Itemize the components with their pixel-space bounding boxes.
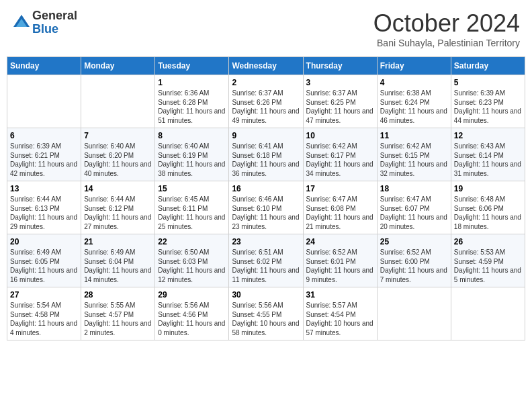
- day-number: 6: [10, 131, 78, 140]
- calendar-cell: 1Sunrise: 6:36 AM Sunset: 6:28 PM Daylig…: [155, 75, 229, 128]
- day-info: Sunrise: 6:51 AM Sunset: 6:02 PM Dayligh…: [232, 248, 300, 284]
- day-info: Sunrise: 6:47 AM Sunset: 6:08 PM Dayligh…: [306, 195, 374, 231]
- calendar-cell: [451, 287, 525, 340]
- day-info: Sunrise: 6:50 AM Sunset: 6:03 PM Dayligh…: [158, 248, 226, 284]
- day-number: 4: [380, 78, 448, 87]
- calendar-cell: 14Sunrise: 6:44 AM Sunset: 6:12 PM Dayli…: [81, 181, 155, 234]
- day-info: Sunrise: 6:38 AM Sunset: 6:24 PM Dayligh…: [380, 89, 448, 125]
- calendar-cell: [81, 75, 155, 128]
- calendar-cell: 30Sunrise: 5:56 AM Sunset: 4:55 PM Dayli…: [229, 287, 303, 340]
- weekday-header-sunday: Sunday: [7, 57, 81, 75]
- day-number: 13: [10, 184, 78, 193]
- day-info: Sunrise: 5:57 AM Sunset: 4:54 PM Dayligh…: [306, 301, 374, 337]
- calendar-cell: 5Sunrise: 6:39 AM Sunset: 6:23 PM Daylig…: [451, 75, 525, 128]
- calendar-table: SundayMondayTuesdayWednesdayThursdayFrid…: [7, 56, 525, 340]
- day-info: Sunrise: 6:39 AM Sunset: 6:21 PM Dayligh…: [10, 142, 78, 178]
- day-number: 26: [454, 237, 522, 246]
- calendar-week-3: 13Sunrise: 6:44 AM Sunset: 6:13 PM Dayli…: [7, 181, 525, 234]
- calendar-cell: 27Sunrise: 5:54 AM Sunset: 4:58 PM Dayli…: [7, 287, 81, 340]
- day-info: Sunrise: 5:55 AM Sunset: 4:57 PM Dayligh…: [84, 301, 152, 337]
- weekday-header-wednesday: Wednesday: [229, 57, 303, 75]
- calendar-cell: 4Sunrise: 6:38 AM Sunset: 6:24 PM Daylig…: [377, 75, 451, 128]
- calendar-cell: 13Sunrise: 6:44 AM Sunset: 6:13 PM Dayli…: [7, 181, 81, 234]
- calendar-cell: 19Sunrise: 6:48 AM Sunset: 6:06 PM Dayli…: [451, 181, 525, 234]
- logo-icon: [12, 13, 31, 32]
- calendar-cell: 2Sunrise: 6:37 AM Sunset: 6:26 PM Daylig…: [229, 75, 303, 128]
- day-info: Sunrise: 6:49 AM Sunset: 6:04 PM Dayligh…: [84, 248, 152, 284]
- weekday-header-saturday: Saturday: [451, 57, 525, 75]
- day-info: Sunrise: 6:40 AM Sunset: 6:19 PM Dayligh…: [158, 142, 226, 178]
- calendar-cell: 20Sunrise: 6:49 AM Sunset: 6:05 PM Dayli…: [7, 234, 81, 287]
- calendar-cell: [377, 287, 451, 340]
- day-number: 24: [306, 237, 374, 246]
- day-number: 10: [306, 131, 374, 140]
- calendar-cell: 17Sunrise: 6:47 AM Sunset: 6:08 PM Dayli…: [303, 181, 377, 234]
- day-info: Sunrise: 5:56 AM Sunset: 4:56 PM Dayligh…: [158, 301, 226, 337]
- logo-general-text: General: [32, 9, 77, 23]
- calendar-cell: 23Sunrise: 6:51 AM Sunset: 6:02 PM Dayli…: [229, 234, 303, 287]
- calendar-cell: 28Sunrise: 5:55 AM Sunset: 4:57 PM Dayli…: [81, 287, 155, 340]
- weekday-header-friday: Friday: [377, 57, 451, 75]
- day-number: 16: [232, 184, 300, 193]
- day-info: Sunrise: 6:44 AM Sunset: 6:13 PM Dayligh…: [10, 195, 78, 231]
- day-info: Sunrise: 6:42 AM Sunset: 6:15 PM Dayligh…: [380, 142, 448, 178]
- day-number: 8: [158, 131, 226, 140]
- day-info: Sunrise: 6:37 AM Sunset: 6:25 PM Dayligh…: [306, 89, 374, 125]
- day-info: Sunrise: 6:43 AM Sunset: 6:14 PM Dayligh…: [454, 142, 522, 178]
- weekday-header-monday: Monday: [81, 57, 155, 75]
- calendar-week-2: 6Sunrise: 6:39 AM Sunset: 6:21 PM Daylig…: [7, 128, 525, 181]
- day-info: Sunrise: 5:54 AM Sunset: 4:58 PM Dayligh…: [10, 301, 78, 337]
- calendar-cell: 22Sunrise: 6:50 AM Sunset: 6:03 PM Dayli…: [155, 234, 229, 287]
- day-info: Sunrise: 6:41 AM Sunset: 6:18 PM Dayligh…: [232, 142, 300, 178]
- day-number: 28: [84, 290, 152, 300]
- day-number: 18: [380, 184, 448, 193]
- day-number: 30: [232, 290, 300, 300]
- calendar-cell: 16Sunrise: 6:46 AM Sunset: 6:10 PM Dayli…: [229, 181, 303, 234]
- day-number: 15: [158, 184, 226, 193]
- location-subtitle: Bani Suhayla, Palestinian Territory: [373, 38, 520, 48]
- day-number: 20: [10, 237, 78, 246]
- day-info: Sunrise: 6:39 AM Sunset: 6:23 PM Dayligh…: [454, 89, 522, 125]
- day-number: 21: [84, 237, 152, 246]
- calendar-cell: [7, 75, 81, 128]
- calendar-cell: 18Sunrise: 6:47 AM Sunset: 6:07 PM Dayli…: [377, 181, 451, 234]
- day-info: Sunrise: 6:45 AM Sunset: 6:11 PM Dayligh…: [158, 195, 226, 231]
- day-number: 7: [84, 131, 152, 140]
- day-number: 1: [158, 78, 226, 87]
- day-number: 25: [380, 237, 448, 246]
- weekday-header-tuesday: Tuesday: [155, 57, 229, 75]
- calendar-cell: 24Sunrise: 6:52 AM Sunset: 6:01 PM Dayli…: [303, 234, 377, 287]
- day-info: Sunrise: 6:47 AM Sunset: 6:07 PM Dayligh…: [380, 195, 448, 231]
- calendar-week-4: 20Sunrise: 6:49 AM Sunset: 6:05 PM Dayli…: [7, 234, 525, 287]
- day-number: 12: [454, 131, 522, 140]
- day-number: 9: [232, 131, 300, 140]
- day-info: Sunrise: 5:53 AM Sunset: 4:59 PM Dayligh…: [454, 248, 522, 284]
- day-number: 29: [158, 290, 226, 300]
- calendar-cell: 7Sunrise: 6:40 AM Sunset: 6:20 PM Daylig…: [81, 128, 155, 181]
- logo-blue-text: Blue: [32, 23, 77, 36]
- calendar-cell: 11Sunrise: 6:42 AM Sunset: 6:15 PM Dayli…: [377, 128, 451, 181]
- calendar-cell: 12Sunrise: 6:43 AM Sunset: 6:14 PM Dayli…: [451, 128, 525, 181]
- day-info: Sunrise: 6:40 AM Sunset: 6:20 PM Dayligh…: [84, 142, 152, 178]
- day-info: Sunrise: 6:52 AM Sunset: 6:00 PM Dayligh…: [380, 248, 448, 284]
- calendar-cell: 6Sunrise: 6:39 AM Sunset: 6:21 PM Daylig…: [7, 128, 81, 181]
- month-title: October 2024: [373, 9, 520, 38]
- day-number: 5: [454, 78, 522, 87]
- page-header: General Blue October 2024 Bani Suhayla, …: [7, 7, 525, 51]
- calendar-cell: 10Sunrise: 6:42 AM Sunset: 6:17 PM Dayli…: [303, 128, 377, 181]
- day-number: 3: [306, 78, 374, 87]
- day-number: 19: [454, 184, 522, 193]
- day-number: 17: [306, 184, 374, 193]
- calendar-cell: 31Sunrise: 5:57 AM Sunset: 4:54 PM Dayli…: [303, 287, 377, 340]
- calendar-cell: 26Sunrise: 5:53 AM Sunset: 4:59 PM Dayli…: [451, 234, 525, 287]
- calendar-cell: 3Sunrise: 6:37 AM Sunset: 6:25 PM Daylig…: [303, 75, 377, 128]
- calendar-cell: 25Sunrise: 6:52 AM Sunset: 6:00 PM Dayli…: [377, 234, 451, 287]
- day-info: Sunrise: 6:52 AM Sunset: 6:01 PM Dayligh…: [306, 248, 374, 284]
- day-info: Sunrise: 5:56 AM Sunset: 4:55 PM Dayligh…: [232, 301, 300, 337]
- calendar-cell: 21Sunrise: 6:49 AM Sunset: 6:04 PM Dayli…: [81, 234, 155, 287]
- day-info: Sunrise: 6:42 AM Sunset: 6:17 PM Dayligh…: [306, 142, 374, 178]
- day-info: Sunrise: 6:44 AM Sunset: 6:12 PM Dayligh…: [84, 195, 152, 231]
- day-number: 2: [232, 78, 300, 87]
- day-number: 14: [84, 184, 152, 193]
- title-section: October 2024 Bani Suhayla, Palestinian T…: [373, 9, 520, 48]
